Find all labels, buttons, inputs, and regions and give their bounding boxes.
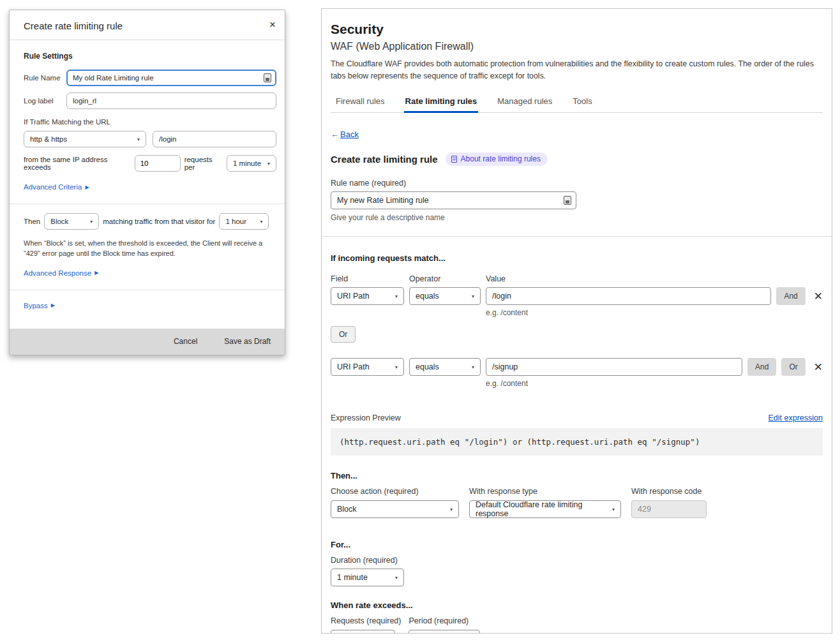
chevron-down-icon: ▾ <box>612 507 615 512</box>
action-select[interactable]: Block ▾ <box>44 213 99 230</box>
threshold-prefix: from the same IP address exceeds <box>24 156 131 171</box>
scheme-select[interactable]: http & https ▾ <box>24 131 146 147</box>
rule-settings-heading: Rule Settings <box>24 52 276 61</box>
cancel-button[interactable]: Cancel <box>174 337 197 346</box>
rule-name-helper: Give your rule a descriptive name <box>331 213 823 222</box>
then-heading: Then... <box>331 471 823 480</box>
value-helper: e.g. /content <box>486 308 823 317</box>
back-link[interactable]: ← Back <box>331 130 359 139</box>
operator-select[interactable]: equals ▾ <box>409 358 481 376</box>
edit-expression-link[interactable]: Edit expression <box>769 413 823 422</box>
page-subtitle: WAF (Web Application Firewall) <box>331 41 823 52</box>
rule-name-input[interactable] <box>66 70 276 86</box>
field-label: Field <box>331 274 404 283</box>
tab-firewall-rules[interactable]: Firewall rules <box>334 93 386 113</box>
chevron-down-icon: ▾ <box>267 161 270 167</box>
rate-heading: When rate exceeds... <box>331 600 823 610</box>
about-rate-limiting-rules-badge[interactable]: About rate limiting rules <box>446 153 548 166</box>
tab-rate-limiting-rules[interactable]: Rate limiting rules <box>404 93 479 113</box>
chevron-down-icon: ▾ <box>395 364 398 370</box>
period-select[interactable]: 1 minute ▾ <box>227 155 276 172</box>
chevron-down-icon: ▾ <box>260 219 262 225</box>
operator-select[interactable]: equals ▾ <box>409 287 481 305</box>
expression-preview-label: Expression Preview <box>331 413 401 422</box>
requests-input[interactable] <box>331 630 395 634</box>
tab-managed-rules[interactable]: Managed rules <box>496 93 553 113</box>
then-middle: matching traffic from that visitor for <box>103 218 215 225</box>
for-heading: For... <box>331 540 823 549</box>
rule-name-label: Rule name (required) <box>331 179 823 188</box>
waf-description: The Cloudflare WAF provides both automat… <box>331 58 825 82</box>
divider <box>10 290 285 290</box>
save-as-draft-button[interactable]: Save as Draft <box>224 337 271 346</box>
remove-row-icon[interactable]: ✕ <box>814 290 823 303</box>
page: Create rate limiting rule × Rule Setting… <box>0 0 840 640</box>
advanced-response-link[interactable]: Advanced Response ▶ <box>24 269 98 277</box>
for-section: For... Duration (required) 1 minute ▾ <box>331 540 823 586</box>
autofill-icon[interactable] <box>564 196 571 205</box>
period-select[interactable]: 1 minute ▾ <box>409 630 480 634</box>
response-code-label: With response code <box>631 487 707 496</box>
log-label-input[interactable] <box>66 93 276 109</box>
rule-name-row: Rule Name <box>24 70 276 86</box>
threshold-input[interactable] <box>135 155 181 172</box>
divider <box>10 204 285 204</box>
close-icon[interactable]: × <box>269 20 276 29</box>
bypass-link[interactable]: Bypass ▶ <box>24 302 55 309</box>
modal-title: Create rate limiting rule <box>24 20 123 31</box>
operator-label: Operator <box>409 274 481 283</box>
advanced-criteria-link[interactable]: Advanced Criteria ▶ <box>24 183 89 191</box>
duration-select[interactable]: 1 hour ▾ <box>219 213 269 230</box>
log-label-label: Log label <box>24 97 66 105</box>
expression-code: (http.request.uri.path eq "/login") or (… <box>331 428 823 456</box>
match-row-2: URI Path ▾ equals ▾ And Or ✕ <box>331 358 823 376</box>
duration-select[interactable]: 1 minute ▾ <box>331 569 404 586</box>
chevron-down-icon: ▾ <box>395 575 398 581</box>
field-select[interactable]: URI Path ▾ <box>331 358 404 376</box>
chevron-down-icon: ▾ <box>137 137 140 142</box>
security-waf-panel: Security WAF (Web Application Firewall) … <box>321 8 832 634</box>
chevron-down-icon: ▾ <box>472 364 474 370</box>
and-button[interactable]: And <box>776 287 805 305</box>
rule-name-input[interactable] <box>331 191 576 209</box>
create-rate-limiting-rule-modal: Create rate limiting rule × Rule Setting… <box>9 10 285 355</box>
traffic-match-label: If Traffic Matching the URL <box>24 118 276 126</box>
and-button[interactable]: And <box>747 358 776 376</box>
rules-tab-bar: Firewall rules Rate limiting rules Manag… <box>331 93 823 113</box>
triangle-right-icon: ▶ <box>51 302 55 308</box>
incoming-requests-heading: If incoming requests match... <box>331 253 823 263</box>
create-rule-heading-row: Create rate limiting rule About rate lim… <box>331 153 823 166</box>
chevron-down-icon: ▾ <box>395 294 398 299</box>
or-button[interactable]: Or <box>781 358 805 376</box>
autofill-icon[interactable] <box>264 73 271 82</box>
threshold-row: from the same IP address exceeds request… <box>24 155 276 172</box>
response-type-label: With response type <box>469 487 621 496</box>
then-section: Then... Choose action (required) Block ▾… <box>331 471 823 518</box>
rate-section: When rate exceeds... Requests (required)… <box>331 600 823 634</box>
triangle-right-icon: ▶ <box>85 184 89 190</box>
chevron-down-icon: ▾ <box>90 219 93 225</box>
log-label-row: Log label <box>24 93 276 109</box>
expression-preview-block: Expression Preview Edit expression (http… <box>331 413 823 456</box>
field-select[interactable]: URI Path ▾ <box>331 287 404 305</box>
action-select[interactable]: Block ▾ <box>331 500 459 518</box>
triangle-right-icon: ▶ <box>94 270 98 276</box>
create-rule-heading: Create rate limiting rule <box>331 154 438 165</box>
value-input[interactable] <box>486 287 771 305</box>
period-label: Period (required) <box>409 616 480 625</box>
then-label: Then <box>24 218 40 225</box>
chevron-down-icon: ▾ <box>450 507 453 512</box>
url-input[interactable] <box>153 131 276 147</box>
match-row-1: URI Path ▾ equals ▾ And ✕ <box>331 287 823 305</box>
or-button[interactable]: Or <box>331 326 356 343</box>
choose-action-label: Choose action (required) <box>331 487 459 496</box>
tab-tools[interactable]: Tools <box>571 93 593 113</box>
response-type-select[interactable]: Default Cloudflare rate limiting respons… <box>469 500 621 518</box>
requests-label: Requests (required) <box>331 616 401 625</box>
value-input[interactable] <box>486 358 742 376</box>
value-helper: e.g. /content <box>486 379 823 388</box>
modal-footer: Cancel Save as Draft <box>10 329 285 355</box>
divider <box>322 236 832 237</box>
back-arrow-icon: ← <box>331 130 339 139</box>
remove-row-icon[interactable]: ✕ <box>814 361 823 374</box>
